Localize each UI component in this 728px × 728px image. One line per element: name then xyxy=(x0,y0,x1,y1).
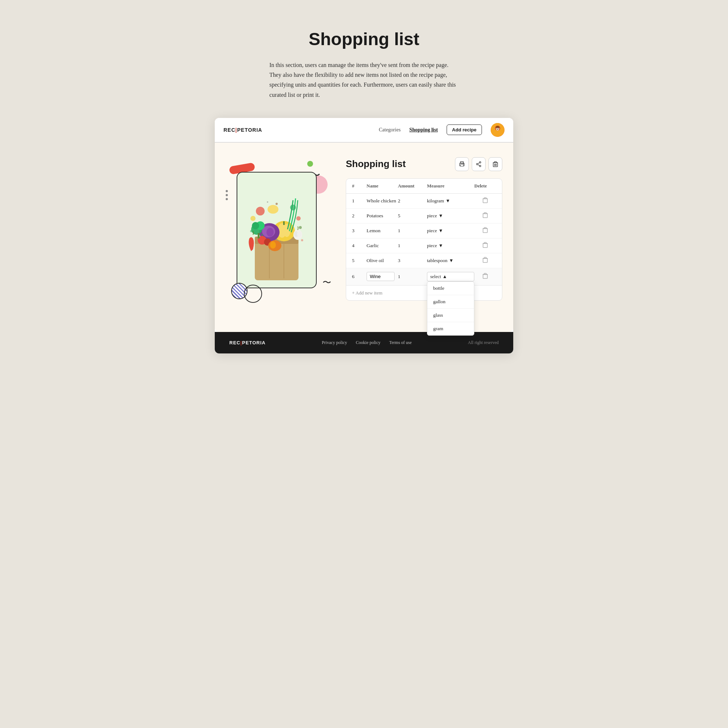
row-amount: 2 xyxy=(398,198,427,204)
row-delete-button[interactable] xyxy=(474,227,496,234)
dropdown-option-bottle[interactable]: bottle xyxy=(427,282,474,295)
svg-rect-62 xyxy=(484,228,486,229)
measure-value: piece xyxy=(427,243,437,249)
measure-arrow-icon[interactable]: ▼ xyxy=(445,198,450,204)
measure-value: tablespoon xyxy=(427,258,447,263)
shopping-list-header: Shopping list xyxy=(346,157,502,171)
dropdown-option-glass[interactable]: glass xyxy=(427,309,474,322)
shopping-table: # Name Amount Measure Delete 1 Whole chi… xyxy=(346,178,502,301)
row-num: 2 xyxy=(352,213,367,219)
row-amount: 5 xyxy=(398,213,427,219)
row-num: 1 xyxy=(352,198,367,204)
grocery-image-card xyxy=(237,172,317,288)
svg-rect-69 xyxy=(483,274,487,278)
measure-arrow-icon[interactable]: ▼ xyxy=(438,213,443,219)
table-row-wine: 6 1 select ▲ bottle gallon xyxy=(346,268,502,285)
svg-rect-59 xyxy=(484,213,486,214)
row-delete-button[interactable] xyxy=(474,242,496,249)
row-num: 6 xyxy=(352,274,367,280)
table-row: 5 Olive oil 3 tablespoon ▼ xyxy=(346,253,502,268)
privacy-policy-link[interactable]: Privacy policy xyxy=(322,340,347,346)
measure-select[interactable]: kilogram ▼ xyxy=(427,198,474,204)
svg-point-34 xyxy=(275,203,278,205)
add-item-row[interactable]: + Add new item xyxy=(346,285,502,300)
row-name: Whole chicken xyxy=(367,198,398,204)
add-recipe-button[interactable]: Add recipe xyxy=(447,124,482,135)
measure-select[interactable]: tablespoon ▼ xyxy=(427,258,474,263)
svg-point-42 xyxy=(463,164,464,164)
svg-point-16 xyxy=(266,228,274,237)
shopping-list-title: Shopping list xyxy=(346,158,406,170)
row-delete-button[interactable] xyxy=(474,257,496,264)
col-header-amount: Amount xyxy=(398,183,427,189)
measure-value: kilogram xyxy=(427,198,444,204)
svg-rect-13 xyxy=(283,221,284,225)
table-row: 1 Whole chicken 2 kilogram ▼ xyxy=(346,194,502,209)
share-button[interactable] xyxy=(472,157,486,171)
svg-point-21 xyxy=(270,241,276,249)
cookie-policy-link[interactable]: Cookie policy xyxy=(356,340,381,346)
page-description: In this section, users can manage the it… xyxy=(269,60,459,100)
row-amount: 1 xyxy=(398,243,427,249)
measure-select-label: select xyxy=(430,274,441,280)
row-name: Lemon xyxy=(367,228,398,234)
nav-shopping-list[interactable]: Shopping list xyxy=(410,127,438,133)
row-delete-button[interactable] xyxy=(474,273,496,280)
svg-rect-56 xyxy=(484,198,486,199)
measure-dropdown-popup: bottle gallon glass gram xyxy=(427,281,474,336)
dropdown-arrow-icon[interactable]: ▲ xyxy=(443,274,447,280)
row-num: 4 xyxy=(352,243,367,249)
svg-line-46 xyxy=(478,163,479,164)
table-row: 2 Potatoes 5 piece ▼ xyxy=(346,209,502,223)
svg-point-38 xyxy=(301,239,303,241)
row-amount: 1 xyxy=(398,274,427,280)
svg-point-5 xyxy=(498,128,499,128)
measure-arrow-icon[interactable]: ▼ xyxy=(449,258,454,263)
deco-dots xyxy=(226,190,228,200)
measure-select-cell: select ▲ bottle gallon glass gram xyxy=(427,272,474,281)
nav-categories[interactable]: Categories xyxy=(379,127,401,133)
user-avatar[interactable] xyxy=(491,123,505,137)
measure-value: piece xyxy=(427,228,437,234)
row-delete-button[interactable] xyxy=(474,197,496,205)
delete-all-button[interactable] xyxy=(488,157,502,171)
footer-logo: REC|PETORIA xyxy=(229,340,266,346)
dropdown-option-gram[interactable]: gram xyxy=(427,322,474,335)
browser-window: REC|PETORIA Categories Shopping list Add… xyxy=(215,118,513,353)
table-row: 4 Garlic 1 piece ▼ xyxy=(346,239,502,253)
nav-links: Categories Shopping list Add recipe xyxy=(379,123,505,137)
measure-value: piece xyxy=(427,213,437,219)
row-delete-button[interactable] xyxy=(474,212,496,219)
left-decoration: 〜 xyxy=(226,157,335,310)
measure-select[interactable]: piece ▼ xyxy=(427,213,474,219)
dropdown-option-gallon[interactable]: gallon xyxy=(427,295,474,309)
svg-point-35 xyxy=(267,201,268,203)
measure-select[interactable]: piece ▼ xyxy=(427,243,474,249)
svg-point-45 xyxy=(479,165,481,167)
svg-point-26 xyxy=(268,205,278,214)
nav-logo: REC|PETORIA xyxy=(223,127,262,133)
row-amount: 3 xyxy=(398,258,427,263)
measure-select[interactable]: piece ▼ xyxy=(427,228,474,234)
table-row: 3 Lemon 1 piece ▼ xyxy=(346,223,502,239)
svg-rect-68 xyxy=(484,257,486,258)
footer-rights: All right reserved xyxy=(468,340,499,346)
svg-point-25 xyxy=(251,216,255,221)
col-header-num: # xyxy=(352,183,367,189)
right-panel: Shopping list xyxy=(346,157,502,317)
measure-arrow-icon[interactable]: ▼ xyxy=(438,243,443,249)
svg-rect-40 xyxy=(460,165,463,166)
measure-dropdown-trigger[interactable]: select ▲ xyxy=(427,272,474,281)
wine-name-input[interactable] xyxy=(367,272,395,281)
svg-rect-50 xyxy=(494,162,497,163)
print-button[interactable] xyxy=(455,157,469,171)
col-header-delete: Delete xyxy=(474,183,496,189)
table-header: # Name Amount Measure Delete xyxy=(346,179,502,194)
row-amount: 1 xyxy=(398,228,427,234)
measure-arrow-icon[interactable]: ▼ xyxy=(438,228,443,234)
row-name: Potatoes xyxy=(367,213,398,219)
col-header-measure: Measure xyxy=(427,183,474,189)
navbar: REC|PETORIA Categories Shopping list Add… xyxy=(215,118,513,142)
terms-of-use-link[interactable]: Terms of use xyxy=(389,340,412,346)
svg-rect-63 xyxy=(483,243,487,248)
